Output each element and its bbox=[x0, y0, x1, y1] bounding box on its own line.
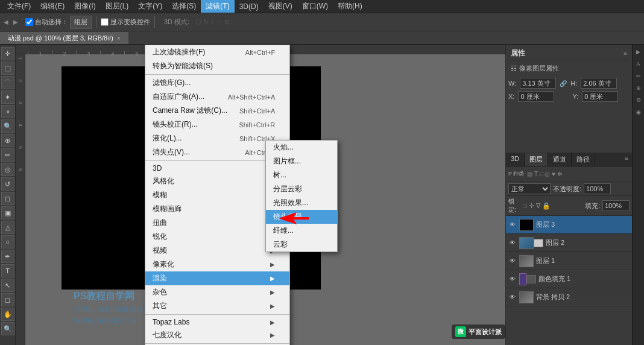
video-label: 视频 bbox=[153, 245, 167, 256]
layer-row-1[interactable]: 👁 图层 1 bbox=[506, 252, 632, 270]
sub-flame[interactable]: 火焰... bbox=[266, 141, 337, 154]
tool-shape[interactable]: ◻ bbox=[1, 293, 14, 306]
side-icon-6[interactable]: ◉ bbox=[634, 107, 643, 117]
menu-file[interactable]: 文件(F) bbox=[2, 0, 36, 13]
tab-close-btn[interactable]: × bbox=[117, 35, 121, 42]
fill-input[interactable] bbox=[602, 200, 630, 211]
tab-paths[interactable]: 路径 bbox=[572, 153, 595, 166]
side-icon-1[interactable]: ▶ bbox=[634, 47, 643, 57]
tool-blur[interactable]: △ bbox=[1, 221, 14, 234]
tool-zoom[interactable]: 🔍 bbox=[1, 322, 14, 335]
props-y-input[interactable] bbox=[582, 91, 618, 102]
menu-layer[interactable]: 图层(L) bbox=[101, 0, 134, 13]
tool-magic-wand[interactable]: ✦ bbox=[1, 90, 14, 104]
menu-render[interactable]: 渲染 ▶ bbox=[145, 271, 289, 285]
menu-window[interactable]: 窗口(W) bbox=[297, 0, 333, 13]
menu-image[interactable]: 图像(I) bbox=[69, 0, 100, 13]
tab-channels[interactable]: 通道 bbox=[548, 153, 572, 166]
sub-lens-flare[interactable]: 镜头光晕... bbox=[266, 210, 337, 224]
sub-clouds[interactable]: 云彩 bbox=[266, 238, 337, 252]
menu-text[interactable]: 文字(Y) bbox=[133, 0, 167, 13]
menu-pixelate[interactable]: 像素化 ▶ bbox=[145, 258, 289, 271]
layer-row-bg[interactable]: 👁 背景 拷贝 2 bbox=[506, 288, 632, 306]
toolbar-forward-btn[interactable]: ▶ bbox=[13, 19, 18, 25]
menu-view[interactable]: 视图(V) bbox=[264, 0, 297, 13]
tool-pen[interactable]: ✒ bbox=[1, 250, 14, 263]
tab-layers[interactable]: 图层 bbox=[525, 153, 548, 166]
props-h-input[interactable] bbox=[581, 78, 617, 89]
layer-visibility-1[interactable]: 👁 bbox=[508, 257, 517, 265]
tool-crop[interactable]: ⌖ bbox=[1, 105, 14, 118]
tool-brush[interactable]: ✏ bbox=[1, 148, 14, 162]
properties-panel: 属性 ≡ ☷ 像素图层属性 W: 🔗 H: X: Y: bbox=[506, 45, 632, 153]
layers-panel-menu[interactable]: ≡ bbox=[621, 153, 632, 166]
tool-eraser[interactable]: ◻ bbox=[1, 192, 14, 205]
tool-gradient[interactable]: ▣ bbox=[1, 206, 14, 220]
tool-dodge[interactable]: ○ bbox=[1, 235, 14, 248]
sub-lighting[interactable]: 光照效果... bbox=[266, 196, 337, 210]
sub-tree[interactable]: 树... bbox=[266, 168, 337, 182]
toolbar-back-btn[interactable]: ◀ bbox=[4, 19, 8, 25]
side-icon-2[interactable]: A bbox=[634, 59, 643, 69]
props-y-label: Y: bbox=[572, 93, 578, 100]
menu-edit[interactable]: 编辑(E) bbox=[36, 0, 69, 13]
auto-select-checkbox[interactable] bbox=[25, 18, 33, 26]
tool-marquee[interactable]: ⬚ bbox=[1, 62, 14, 75]
props-x-input[interactable] bbox=[518, 91, 554, 102]
menu-noise[interactable]: 杂色 ▶ bbox=[145, 285, 289, 299]
tool-path-select[interactable]: ↖ bbox=[1, 279, 14, 292]
menu-filter[interactable]: 滤镜(T) bbox=[201, 0, 234, 13]
menu-topaz[interactable]: Topaz Labs ▶ bbox=[145, 316, 289, 328]
tool-lasso[interactable]: ⌒ bbox=[1, 76, 14, 89]
layer-row-2[interactable]: 👁 图层 2 bbox=[506, 234, 632, 252]
fill-label: 填充: bbox=[585, 201, 600, 210]
menu-lens-correct[interactable]: 镜头校正(R)... Shift+Ctrl+R bbox=[145, 118, 289, 131]
sub-picture-frame[interactable]: 图片框... bbox=[266, 154, 337, 168]
layers-blend-row: P 种类 ▤ T □ ◎ ♥ ✻ bbox=[506, 166, 632, 182]
tool-clone[interactable]: ◎ bbox=[1, 163, 14, 176]
side-icon-4[interactable]: ⊕ bbox=[634, 83, 643, 93]
menu-help[interactable]: 帮助(H) bbox=[333, 0, 367, 13]
tool-text[interactable]: T bbox=[1, 264, 14, 277]
layer-name-bg: 背景 拷贝 2 bbox=[536, 293, 630, 302]
tool-eyedropper[interactable]: 🔍 bbox=[1, 119, 14, 133]
opacity-input[interactable] bbox=[584, 183, 611, 194]
tool-hand[interactable]: ✋ bbox=[1, 308, 14, 321]
layer-row-3[interactable]: 👁 图层 3 bbox=[506, 216, 632, 234]
blend-mode-select[interactable]: 正常 bbox=[508, 183, 551, 194]
show-transform-checkbox[interactable] bbox=[101, 18, 109, 26]
sub-clouds-diff[interactable]: 分层云彩 bbox=[266, 182, 337, 196]
wechat-icon: 微 bbox=[455, 326, 466, 337]
layer-visibility-bg[interactable]: 👁 bbox=[508, 293, 517, 302]
tab-3d[interactable]: 3D bbox=[506, 153, 525, 166]
lock-btns: □ ✛ ∇ 🔒 bbox=[523, 202, 582, 210]
side-icon-5[interactable]: ⚙ bbox=[634, 95, 643, 105]
props-position-row: X: Y: bbox=[508, 91, 630, 102]
props-w-input[interactable] bbox=[520, 78, 556, 89]
layer-visibility-2[interactable]: 👁 bbox=[508, 239, 517, 247]
menu-camera-raw[interactable]: Camera Raw 滤镜(C)... Shift+Ctrl+A bbox=[145, 104, 289, 118]
properties-menu-icon[interactable]: ≡ bbox=[623, 50, 627, 57]
layer-thumb-2 bbox=[519, 237, 534, 249]
menu-filter-gallery[interactable]: 滤镜库(G)... bbox=[145, 76, 289, 90]
layer-row-fill[interactable]: 👁 颜色填充 1 bbox=[506, 270, 632, 288]
auto-select-group: 自动选择： 组层 bbox=[25, 16, 92, 29]
stylize-label: 风格化 bbox=[153, 176, 174, 186]
menu-qidu[interactable]: 七度汉化 ▶ bbox=[145, 328, 289, 342]
menu-convert-smart[interactable]: 转换为智能滤镜(S) bbox=[145, 59, 289, 73]
menu-select[interactable]: 选择(S) bbox=[167, 0, 201, 13]
menu-3d[interactable]: 3D(D) bbox=[235, 1, 264, 12]
menu-last-filter[interactable]: 上次滤镜操作(F) Alt+Ctrl+F bbox=[145, 45, 289, 59]
layer-type-dropdown[interactable]: 组层 bbox=[70, 16, 92, 29]
document-tab[interactable]: 动漫.psd @ 100% (图层 3, RGB/8#) × bbox=[0, 32, 128, 44]
menu-adaptive-wide[interactable]: 自适应广角(A)... Alt+Shift+Ctrl+A bbox=[145, 90, 289, 104]
sub-fibers[interactable]: 纤维... bbox=[266, 224, 337, 238]
layer-visibility-fill[interactable]: 👁 bbox=[508, 275, 517, 283]
props-h-label: H: bbox=[570, 80, 577, 87]
tool-history-brush[interactable]: ↺ bbox=[1, 177, 14, 191]
layer-visibility-3[interactable]: 👁 bbox=[508, 221, 517, 229]
menu-other[interactable]: 其它 ▶ bbox=[145, 299, 289, 313]
side-icon-3[interactable]: ✏ bbox=[634, 71, 643, 81]
tool-healing[interactable]: ⊕ bbox=[1, 134, 14, 147]
tool-move[interactable]: ✛ bbox=[1, 47, 14, 60]
